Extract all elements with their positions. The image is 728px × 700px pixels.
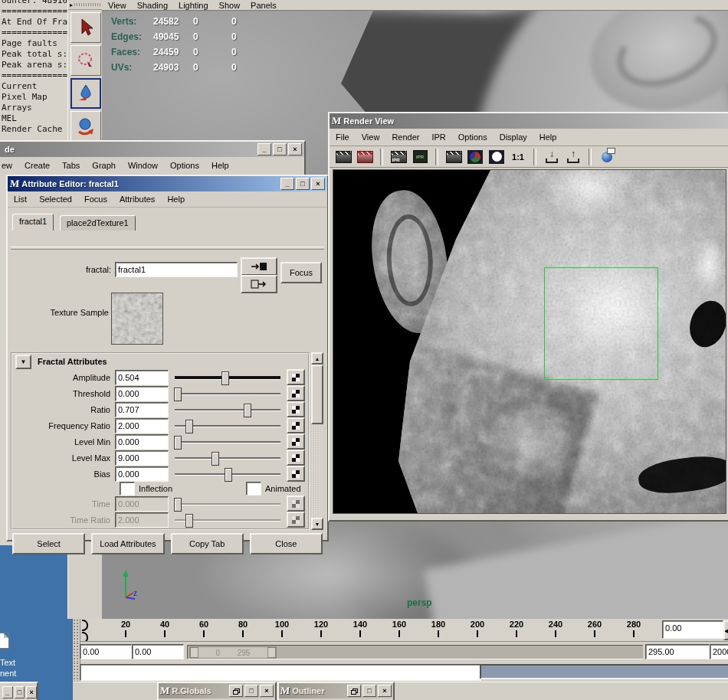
partial-window-titlebar[interactable]: _ □ × [0,682,38,700]
menu-ipr[interactable]: IPR [431,132,445,142]
menu-view-partial[interactable]: ew [2,161,12,170]
menu-tabs[interactable]: Tabs [62,161,80,170]
scrollbar-thumb[interactable] [311,365,323,424]
remove-image-icon[interactable]: ↑ [564,149,582,165]
vertical-scrollbar[interactable]: ▲ ▼ [311,352,323,530]
scroll-down-icon[interactable]: ▼ [311,518,323,530]
load-attributes-button[interactable]: Load Attributes [91,533,164,554]
desktop[interactable]: Text nent [0,545,73,700]
map-texture-button[interactable] [287,466,305,482]
minimize-icon[interactable]: _ [280,178,294,190]
render-region-marquee[interactable] [544,267,658,380]
menu-display[interactable]: Display [500,132,527,142]
map-texture-button[interactable] [287,450,305,466]
select-tool-button[interactable] [71,12,101,43]
menu-window[interactable]: Window [128,161,158,170]
close-icon[interactable]: × [288,143,302,155]
tab-fractal1[interactable]: fractal1 [12,214,54,231]
render-globals-icon[interactable] [598,149,616,165]
input-connection-button[interactable] [241,257,277,276]
zoom-1to1-button[interactable]: 1:1 [509,149,527,165]
map-texture-button[interactable] [287,417,305,433]
attr-value-field[interactable]: 0.000 [115,466,169,482]
snapshot-clapper-icon[interactable] [444,149,463,165]
render-globals-titlebar[interactable]: M R.Globals □ × [159,683,275,698]
output-connection-button[interactable] [241,275,277,293]
maximize-icon[interactable]: □ [15,686,25,698]
scroll-up-icon[interactable]: ▲ [311,352,323,365]
hypershade-window[interactable]: de _ □ × ew Create Tabs Graph Window Opt… [0,140,306,176]
lasso-tool-button[interactable] [71,45,101,76]
node-name-field[interactable]: fractal1 [115,262,238,277]
menu-help[interactable]: Help [167,195,185,204]
attr-value-field[interactable]: 0.504 [115,370,169,385]
ipr-render-clapper-icon[interactable]: IPR [389,149,408,165]
attr-slider[interactable] [175,420,280,432]
attribute-editor-titlebar[interactable]: M Attribute Editor: fractal1 _ □ × [8,176,327,191]
playback-start-field[interactable]: 0.00 [132,644,184,659]
collapse-arrow-icon[interactable]: ▼ [15,355,31,369]
menu-file[interactable]: File [336,132,349,142]
attr-slider[interactable] [175,404,280,416]
menu-focus[interactable]: Focus [84,195,107,204]
animated-checkbox[interactable] [246,482,261,496]
menu-panels[interactable]: Panels [251,1,277,10]
attr-value-field[interactable]: 0.000 [115,386,169,401]
menu-render[interactable]: Render [392,132,419,142]
redo-render-clapper-icon[interactable] [356,149,374,165]
text-document-icon[interactable] [0,633,9,649]
current-time-field[interactable]: 0.00 [662,620,723,639]
animation-start-field[interactable]: 0.00 [80,644,132,659]
rgb-channels-icon[interactable] [466,149,484,165]
timeline-ticks[interactable]: 20406080100120140160180200220240260280 [80,619,728,642]
attribute-editor-window[interactable]: M Attribute Editor: fractal1 _ □ × List … [6,175,329,541]
menu-graph[interactable]: Graph [92,161,116,170]
attr-slider[interactable] [175,452,280,464]
keep-image-icon[interactable]: ↓ [543,149,561,165]
ipr-region-icon[interactable]: IPR [411,149,429,165]
map-texture-button[interactable] [287,369,305,385]
menu-show[interactable]: Show [219,1,241,10]
copy-tab-button[interactable]: Copy Tab [171,533,244,554]
hypershade-titlebar[interactable]: de _ □ × [0,142,304,157]
menu-view[interactable]: View [108,1,126,10]
move-tool-button[interactable] [71,78,101,109]
alpha-channel-icon[interactable] [487,149,506,165]
close-icon[interactable]: × [378,685,392,697]
menu-options[interactable]: Options [170,161,199,170]
map-texture-button[interactable] [287,433,305,450]
restore-icon[interactable] [347,685,361,697]
maximize-icon[interactable]: □ [273,143,287,155]
menu-create[interactable]: Create [25,161,50,170]
inflection-checkbox[interactable] [120,482,135,496]
command-line-input[interactable] [80,664,481,681]
animation-end-field[interactable]: 2000.0 [710,644,728,659]
outliner-titlebar[interactable]: M Outliner □ × [279,683,393,698]
toolbox-drag-handle[interactable]: ▸ [68,0,103,10]
range-start-handle[interactable] [190,647,198,658]
playback-end-field[interactable]: 295.00 [645,644,710,659]
render-view-window[interactable]: M Render View File View Render IPR Optio… [328,112,728,522]
close-icon[interactable]: × [311,178,325,190]
current-time-playhead[interactable] [82,620,89,639]
section-header[interactable]: ▼ Fractal Attributes [12,354,308,369]
close-icon[interactable]: × [260,685,274,697]
menu-shading[interactable]: Shading [137,1,168,10]
rendered-image-canvas[interactable] [333,169,726,514]
minimized-render-globals-window[interactable]: M R.Globals □ × [157,682,277,700]
range-end-handle[interactable] [267,647,276,658]
attr-value-field[interactable]: 2.000 [115,418,169,433]
focus-button[interactable]: Focus [280,262,322,283]
map-texture-button[interactable] [287,401,305,417]
rotate-tool-button[interactable] [71,111,101,142]
render-view-titlebar[interactable]: M Render View [330,113,728,129]
select-button[interactable]: Select [12,533,85,554]
playback-controls-fragment[interactable]: ◀ [723,620,728,640]
range-slider-bar[interactable]: 0 295 [189,646,277,659]
attr-value-field[interactable]: 0.707 [115,402,169,417]
attr-slider[interactable] [175,388,280,400]
attr-slider[interactable] [175,468,280,480]
attr-value-field[interactable]: 9.000 [115,450,169,466]
menu-lighting[interactable]: Lighting [179,1,208,10]
texture-sample-swatch[interactable] [111,293,163,345]
